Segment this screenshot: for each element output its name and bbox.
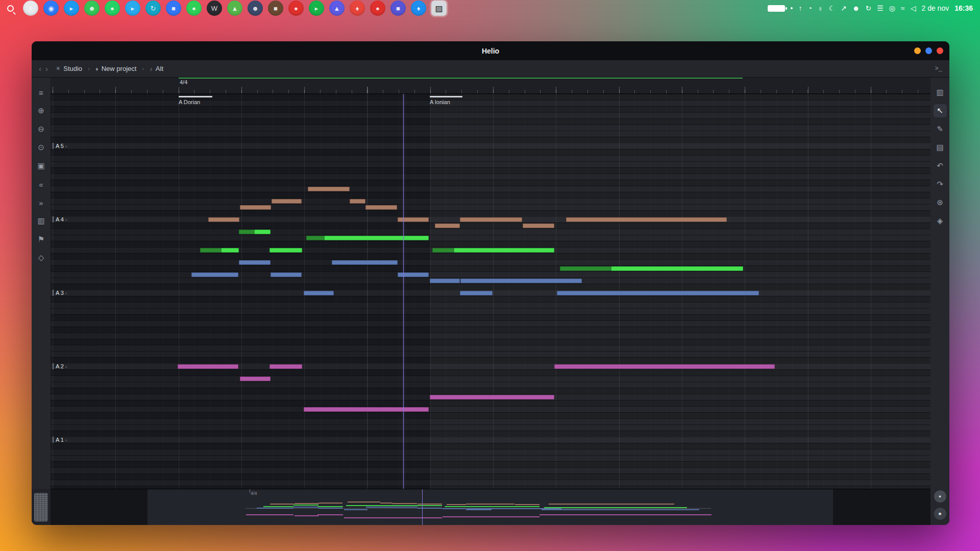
rewind-icon[interactable]: « — [35, 178, 48, 191]
minimap-playhead[interactable] — [422, 489, 423, 525]
audio-monitor[interactable] — [32, 489, 51, 525]
network-icon[interactable]: ◎ — [889, 5, 895, 12]
project-minimap[interactable]: 4/4 — [51, 489, 930, 525]
list-icon[interactable]: ☰ — [877, 5, 884, 12]
midi-note[interactable] — [308, 187, 350, 191]
menu-icon[interactable]: ≡ — [35, 86, 48, 99]
stop-button[interactable]: ■ — [934, 508, 946, 520]
midi-note[interactable] — [270, 248, 302, 253]
app-icon-app-14[interactable]: ● — [288, 1, 304, 16]
midi-note[interactable] — [560, 266, 743, 271]
zoom-in-icon[interactable]: ⊕ — [35, 104, 48, 117]
timeline-range[interactable] — [179, 78, 743, 79]
midi-note[interactable] — [430, 395, 554, 399]
edit-tool-icon[interactable]: ✎ — [934, 122, 947, 136]
midi-note[interactable] — [365, 205, 397, 210]
upload-icon[interactable]: ↑ — [798, 5, 802, 12]
app-icon-app-2[interactable]: ◉ — [43, 1, 59, 16]
midi-note[interactable] — [304, 407, 429, 412]
midi-note[interactable] — [566, 217, 727, 222]
search-icon[interactable] — [7, 5, 14, 12]
midi-note[interactable] — [270, 364, 302, 369]
breadcrumb-item-studio[interactable]: ✳Studio — [50, 60, 88, 77]
pages-icon[interactable]: ▤ — [934, 141, 947, 154]
app-icon-helio-app[interactable]: ▨ — [431, 1, 447, 16]
app-icon-app-15[interactable]: ▸ — [309, 1, 324, 16]
breadcrumb-item-new-project[interactable]: ♦New project — [90, 60, 142, 77]
app-icon-app-4[interactable]: ☻ — [84, 1, 100, 16]
midi-note[interactable] — [306, 236, 429, 240]
frame-selection-icon[interactable]: ▣ — [35, 159, 48, 172]
undo-icon[interactable]: ↶ — [934, 159, 947, 172]
midi-note[interactable] — [460, 217, 522, 222]
piano-roll[interactable]: A DorianA IonianA 5›A 4›A 3›A 2›A 1› — [51, 94, 930, 489]
midi-note[interactable] — [271, 272, 302, 277]
annotations-icon[interactable]: ⚑ — [35, 233, 48, 246]
app-icon-app-9[interactable]: ● — [186, 1, 202, 16]
zoom-out-icon[interactable]: ⊖ — [35, 122, 48, 136]
midi-note[interactable] — [557, 291, 759, 295]
app-icon-app-20[interactable]: ♦ — [411, 1, 426, 16]
wifi-icon[interactable]: ≈ — [901, 5, 905, 12]
volume-panel-icon[interactable]: ▥ — [35, 214, 48, 228]
app-icon-app-7[interactable]: ↻ — [145, 1, 161, 16]
midi-note[interactable] — [191, 272, 238, 277]
battery-icon[interactable] — [768, 5, 785, 12]
breadcrumb-item-alt[interactable]: ♪Alt — [144, 60, 169, 77]
fast-forward-icon[interactable]: » — [35, 196, 48, 209]
midi-note[interactable] — [350, 199, 365, 204]
midi-note[interactable] — [523, 223, 554, 228]
app-icon-app-17[interactable]: ♦ — [350, 1, 365, 16]
app-icon-app-19[interactable]: ■ — [390, 1, 406, 16]
lock-icon[interactable]: ◈ — [934, 214, 947, 228]
maximize-button[interactable] — [925, 47, 932, 54]
app-icon-app-11[interactable]: ▲ — [227, 1, 242, 16]
app-icon-app-12[interactable]: ☻ — [248, 1, 263, 16]
midi-note[interactable] — [240, 377, 271, 381]
close-button[interactable] — [937, 47, 943, 54]
menubar-date[interactable]: 2 de nov — [921, 4, 949, 12]
midi-note[interactable] — [398, 272, 429, 277]
octave-label-a2[interactable]: A 2› — [53, 363, 67, 369]
app-icon-app-6[interactable]: ▸ — [125, 1, 140, 16]
midi-note[interactable] — [430, 279, 460, 283]
terminal-icon[interactable]: >_ — [935, 65, 944, 72]
tags-icon[interactable]: ◇ — [35, 251, 48, 264]
redo-icon[interactable]: ↷ — [934, 178, 947, 191]
midi-note[interactable] — [239, 260, 271, 265]
meter-icon[interactable]: ▥ — [934, 86, 947, 99]
playhead[interactable] — [403, 94, 404, 489]
key-icon[interactable]: ♁ — [818, 5, 823, 12]
share-icon[interactable]: ↗ — [841, 5, 847, 12]
app-icon-app-13[interactable]: ■ — [268, 1, 283, 16]
timeline-ruler[interactable]: 4/4 — [51, 78, 930, 94]
cursor-tool-icon[interactable]: ↖ — [934, 104, 947, 117]
midi-note[interactable] — [208, 217, 239, 222]
sync-icon[interactable]: ↻ — [865, 5, 871, 12]
nav-back-icon[interactable]: ‹ — [37, 64, 43, 73]
midi-note[interactable] — [200, 248, 239, 253]
key-signature-a-dorian[interactable]: A Dorian — [179, 96, 212, 105]
app-icon-app-3[interactable]: ▸ — [64, 1, 79, 16]
settings-icon[interactable]: ⊛ — [934, 196, 947, 209]
midi-note[interactable] — [460, 291, 493, 295]
midi-note[interactable] — [240, 205, 271, 210]
menubar-clock[interactable]: 16:36 — [954, 4, 973, 12]
time-signature-label[interactable]: 4/4 — [180, 79, 187, 85]
titlebar[interactable]: Helio — [32, 41, 949, 60]
user-icon[interactable]: ☻ — [852, 5, 860, 12]
octave-label-a5[interactable]: A 5› — [53, 143, 67, 149]
moon-icon[interactable]: ☾ — [828, 5, 835, 12]
volume-icon[interactable]: ◁ — [911, 5, 916, 12]
midi-note[interactable] — [272, 199, 302, 204]
midi-note[interactable] — [304, 291, 334, 295]
clock-icon[interactable]: ◔ — [807, 5, 812, 12]
midi-note[interactable] — [432, 248, 554, 253]
midi-note[interactable] — [239, 230, 271, 234]
midi-note[interactable] — [178, 364, 238, 369]
app-icon-app-10[interactable]: W — [207, 1, 222, 16]
octave-label-a3[interactable]: A 3› — [53, 290, 67, 296]
midi-note[interactable] — [398, 217, 429, 222]
midi-note[interactable] — [332, 260, 398, 265]
midi-note[interactable] — [554, 364, 775, 369]
